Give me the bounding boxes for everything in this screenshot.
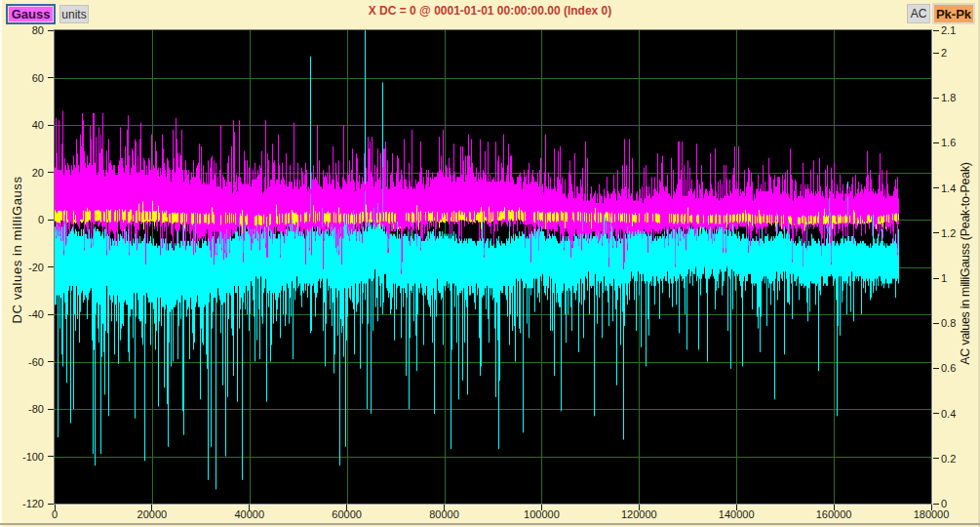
left-axis-tick-label: -80 [7, 403, 44, 415]
x-axis-tick-label: 180000 [897, 508, 965, 520]
right-axis-tick-label: 0.4 [941, 408, 980, 420]
waveform-canvas [55, 30, 931, 504]
right-axis-tick-label: 2.1 [941, 24, 980, 36]
right-axis-tick-label: 1.8 [941, 92, 980, 103]
right-axis-tick [933, 232, 939, 233]
right-axis-tick [933, 504, 939, 505]
left-axis-title: DC values in milliGauss [10, 176, 24, 323]
right-axis-tick [933, 413, 939, 414]
left-axis-tick [48, 409, 54, 410]
left-axis-tick-label: 80 [7, 24, 44, 36]
x-axis-tick-label: 0 [20, 508, 89, 520]
right-axis-tick [933, 368, 939, 369]
x-axis-tick-label: 100000 [507, 508, 575, 520]
window-frame-left [0, 0, 2, 527]
x-axis-tick-label: 40000 [216, 508, 284, 520]
x-axis-tick-label: 20000 [118, 508, 186, 520]
right-axis-tick-label: 0.2 [941, 453, 980, 465]
left-axis-tick [48, 172, 54, 173]
x-axis-tick-label: 120000 [605, 508, 673, 520]
left-axis-tick [48, 314, 54, 315]
left-axis-tick [48, 361, 54, 362]
right-axis-tick [933, 323, 939, 324]
right-axis-tick-label: 1.6 [941, 137, 980, 148]
left-axis-tick [48, 504, 54, 505]
plot-area[interactable] [54, 29, 932, 505]
x-axis-tick-label: 140000 [702, 508, 770, 520]
right-axis-tick [933, 53, 939, 54]
left-axis-tick-label: 60 [7, 72, 44, 84]
left-axis-tick [48, 125, 54, 126]
right-axis-tick [933, 30, 939, 31]
left-axis-tick [48, 77, 54, 78]
left-axis-tick [48, 30, 54, 31]
left-axis-tick-label: -60 [7, 356, 44, 368]
left-axis-tick-label: -100 [7, 451, 44, 463]
x-axis-tick-label: 60000 [313, 508, 381, 520]
right-axis-title: AC values in milliGauss (Peak-to-Peak) [959, 162, 972, 364]
left-axis-tick [48, 220, 54, 221]
right-axis-tick [933, 187, 939, 188]
right-axis-tick [933, 278, 939, 279]
left-axis-tick [48, 266, 54, 267]
x-axis-tick-label: 80000 [411, 508, 479, 520]
window-frame-bottom [0, 523, 980, 525]
right-axis-tick [933, 98, 939, 99]
right-axis-tick-label: 2 [941, 47, 980, 59]
right-axis-tick [933, 142, 939, 143]
chart-title: X DC = 0 @ 0001-01-01 00:00:00.00 (Index… [0, 4, 980, 18]
left-axis-tick-label: 40 [7, 119, 44, 131]
chart-window: Gauss units AC Pk-Pk X DC = 0 @ 0001-01-… [0, 0, 980, 527]
left-axis-tick [48, 456, 54, 457]
right-axis-tick [933, 458, 939, 459]
x-axis-tick-label: 160000 [800, 508, 868, 520]
